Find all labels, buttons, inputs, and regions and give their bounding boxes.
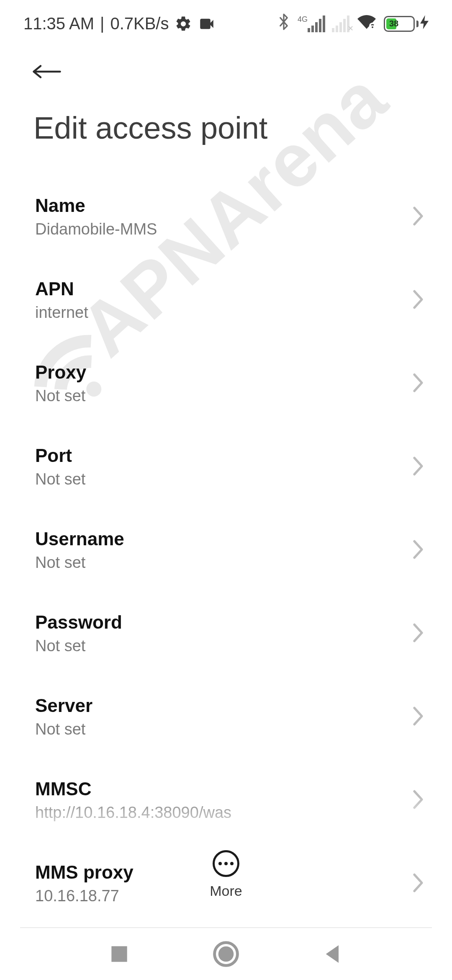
gear-icon [175,15,192,33]
row-name[interactable]: Name Didamobile-MMS [0,175,452,258]
row-value: Not set [35,387,86,405]
row-mmsc[interactable]: MMSC http://10.16.18.4:38090/was [0,758,452,842]
square-icon [108,960,131,967]
nav-back-button[interactable] [321,942,344,967]
row-password[interactable]: Password Not set [0,592,452,675]
row-value: Not set [35,470,85,488]
bluetooth-icon [277,13,291,35]
svg-point-3 [218,946,234,962]
camera-icon [198,15,216,33]
row-proxy[interactable]: Proxy Not set [0,342,452,425]
status-time: 11:35 AM [23,14,94,33]
row-title: MMSC [35,779,231,799]
back-button[interactable] [32,60,65,85]
svg-rect-1 [112,946,127,962]
row-title: APN [35,279,88,299]
nav-home-button[interactable] [213,941,239,969]
row-title: Name [35,195,157,216]
signal-bars-secondary-icon [332,15,349,32]
row-value: http://10.16.18.4:38090/was [35,804,231,822]
wifi-icon [356,13,377,34]
row-title: Server [35,695,92,716]
page-title: Edit access point [0,93,452,175]
status-bar: 11:35 AM | 0.7KB/s 4G ✕ 38 [0,0,452,39]
signal-primary: 4G [298,15,325,32]
row-value: Didamobile-MMS [35,220,157,238]
chevron-right-icon [411,789,425,812]
chevron-right-icon [411,706,425,728]
arrow-left-icon [32,62,62,83]
status-net-speed: 0.7KB/s [110,14,169,33]
row-value: Not set [35,554,124,572]
triangle-left-icon [321,960,344,967]
row-username[interactable]: Username Not set [0,508,452,592]
chevron-right-icon [411,539,425,562]
row-port[interactable]: Port Not set [0,425,452,508]
chevron-right-icon [411,206,425,228]
chevron-right-icon [411,456,425,478]
settings-list: Name Didamobile-MMS APN internet Proxy N… [0,175,452,925]
battery-percent: 38 [389,19,398,28]
system-nav-bar [0,930,452,980]
more-icon [213,850,239,877]
row-title: Password [35,612,122,633]
row-title: Port [35,445,85,466]
row-server[interactable]: Server Not set [0,675,452,758]
row-value: Not set [35,720,92,738]
chevron-right-icon [411,622,425,645]
charging-icon [420,15,429,33]
more-label: More [210,883,242,899]
row-value: internet [35,304,88,322]
signal-bars-icon [308,15,325,32]
status-left: 11:35 AM | 0.7KB/s [23,14,216,33]
row-title: Username [35,529,124,549]
battery-indicator: 38 [384,15,429,33]
nav-separator [20,927,432,928]
row-value: Not set [35,637,122,655]
status-right: 4G ✕ 38 [277,13,429,35]
signal-secondary: ✕ [332,15,349,32]
network-type-label: 4G [298,15,308,24]
nav-recent-button[interactable] [108,942,131,967]
no-sim-icon: ✕ [347,24,354,33]
more-button[interactable]: More [210,850,242,899]
battery-icon: 38 [384,16,415,32]
chevron-right-icon [411,372,425,395]
row-title: Proxy [35,362,86,383]
circle-icon [213,962,239,969]
status-separator: | [100,14,104,33]
row-apn[interactable]: APN internet [0,258,452,342]
svg-point-0 [369,23,376,29]
chevron-right-icon [411,289,425,312]
